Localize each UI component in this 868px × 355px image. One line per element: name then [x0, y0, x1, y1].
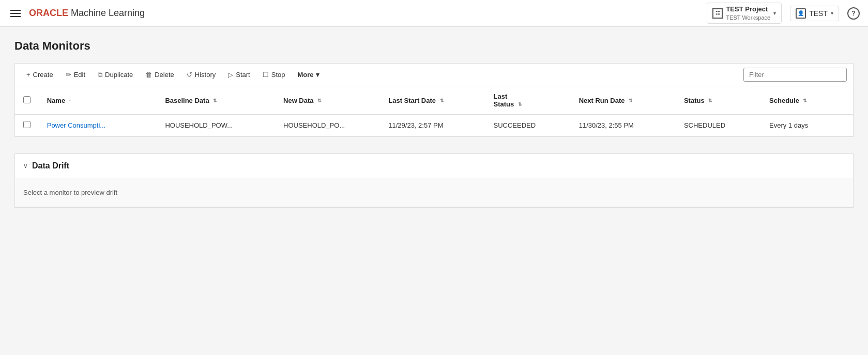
header-left: ORACLE Machine Learning — [8, 8, 145, 19]
more-button[interactable]: More ▾ — [292, 68, 324, 81]
nextrun-sort-icons: ⇅ — [629, 99, 633, 103]
row-checkbox[interactable] — [23, 121, 31, 128]
filter-input[interactable] — [743, 68, 847, 82]
col-next-run-date[interactable]: Next Run Date ⇅ — [571, 86, 676, 115]
workspace-name: TEST Workspace — [726, 14, 770, 21]
user-selector[interactable]: 👤 TEST ▾ — [790, 6, 839, 21]
drift-section-header[interactable]: ∨ Data Drift — [15, 154, 853, 178]
name-sort-arrow: ↑ — [69, 98, 71, 104]
user-dropdown-icon: ▾ — [831, 10, 833, 16]
create-label: Create — [33, 71, 53, 79]
col-schedule[interactable]: Schedule ⇅ — [761, 86, 853, 115]
col-name[interactable]: Name ↑ — [39, 86, 157, 115]
hamburger-menu[interactable] — [8, 8, 23, 19]
toolbar: + Create ✏ Edit ⧉ Duplicate 🗑 Delete ↺ H… — [14, 63, 854, 86]
duplicate-label: Duplicate — [105, 71, 133, 79]
stop-button[interactable]: ☐ Stop — [257, 68, 291, 81]
history-icon: ↺ — [187, 71, 192, 79]
data-monitors-table: Name ↑ Baseline Data ⇅ New Data ⇅ Last S… — [14, 86, 854, 137]
user-name: TEST — [809, 9, 828, 18]
create-button[interactable]: + Create — [21, 68, 58, 81]
duplicate-button[interactable]: ⧉ Duplicate — [93, 68, 138, 82]
laststart-sort-icons: ⇅ — [440, 99, 444, 103]
row-new-data: HOUSEHOLD_PO... — [275, 115, 380, 136]
data-drift-section: ∨ Data Drift Select a monitor to preview… — [14, 153, 854, 208]
header: ORACLE Machine Learning ☷ TEST Project T… — [0, 0, 868, 27]
col-baseline-data[interactable]: Baseline Data ⇅ — [157, 86, 275, 115]
col-last-start-date[interactable]: Last Start Date ⇅ — [380, 86, 485, 115]
user-icon: 👤 — [796, 8, 806, 19]
start-button[interactable]: ▷ Start — [223, 68, 255, 81]
project-info: TEST Project TEST Workspace — [726, 5, 770, 21]
header-right: ☷ TEST Project TEST Workspace ▾ 👤 TEST ▾… — [707, 3, 860, 24]
page-title: Data Monitors — [14, 39, 854, 53]
baseline-sort-icons: ⇅ — [213, 99, 217, 103]
project-name: TEST Project — [726, 5, 770, 14]
logo: ORACLE Machine Learning — [29, 8, 145, 19]
more-chevron-icon: ▾ — [316, 71, 319, 79]
oracle-brand: ORACLE — [29, 8, 68, 18]
row-last-status: SUCCEEDED — [485, 115, 571, 136]
col-last-status[interactable]: LastStatus ⇅ — [485, 86, 571, 115]
project-dropdown-icon: ▾ — [773, 10, 776, 16]
edit-icon: ✏ — [66, 71, 71, 79]
row-schedule: Every 1 days — [761, 115, 853, 136]
edit-label: Edit — [74, 71, 85, 79]
delete-button[interactable]: 🗑 Delete — [140, 68, 179, 81]
more-label: More — [297, 71, 313, 79]
table-header-row: Name ↑ Baseline Data ⇅ New Data ⇅ Last S… — [15, 86, 853, 115]
drift-preview-text: Select a monitor to preview drift — [23, 189, 117, 196]
row-last-start-date: 11/29/23, 2:57 PM — [380, 115, 485, 136]
row-baseline-data: HOUSEHOLD_POW... — [157, 115, 275, 136]
start-icon: ▷ — [228, 71, 233, 79]
drift-section-body: Select a monitor to preview drift — [15, 178, 853, 207]
main-content: Data Monitors + Create ✏ Edit ⧉ Duplicat… — [0, 27, 868, 220]
col-new-data[interactable]: New Data ⇅ — [275, 86, 380, 115]
delete-label: Delete — [155, 71, 174, 79]
status-sort-icons: ⇅ — [708, 99, 712, 103]
select-all-checkbox[interactable] — [23, 96, 31, 103]
logo-subtitle: Machine Learning — [68, 8, 145, 18]
drift-collapse-icon: ∨ — [23, 162, 28, 169]
edit-button[interactable]: ✏ Edit — [60, 68, 90, 81]
laststatus-sort-icons: ⇅ — [518, 102, 522, 107]
project-selector[interactable]: ☷ TEST Project TEST Workspace ▾ — [707, 3, 782, 24]
row-name[interactable]: Power Consumpti... — [39, 115, 157, 136]
stop-label: Stop — [271, 71, 285, 79]
drift-section-title: Data Drift — [32, 161, 69, 171]
history-label: History — [195, 71, 216, 79]
start-label: Start — [236, 71, 250, 79]
row-status: SCHEDULED — [676, 115, 761, 136]
help-icon[interactable]: ? — [847, 7, 860, 20]
stop-icon: ☐ — [263, 71, 269, 79]
history-button[interactable]: ↺ History — [181, 68, 221, 81]
newdata-sort-icons: ⇅ — [317, 99, 322, 103]
create-icon: + — [26, 71, 31, 79]
schedule-sort-icons: ⇅ — [803, 99, 807, 103]
table-row: Power Consumpti... HOUSEHOLD_POW... HOUS… — [15, 115, 853, 136]
row-checkbox-cell[interactable] — [15, 115, 39, 136]
col-status[interactable]: Status ⇅ — [676, 86, 761, 115]
project-icon: ☷ — [712, 8, 723, 19]
delete-icon: 🗑 — [145, 71, 152, 79]
row-next-run-date: 11/30/23, 2:55 PM — [571, 115, 676, 136]
select-all-checkbox-col[interactable] — [15, 86, 39, 115]
duplicate-icon: ⧉ — [98, 71, 102, 79]
